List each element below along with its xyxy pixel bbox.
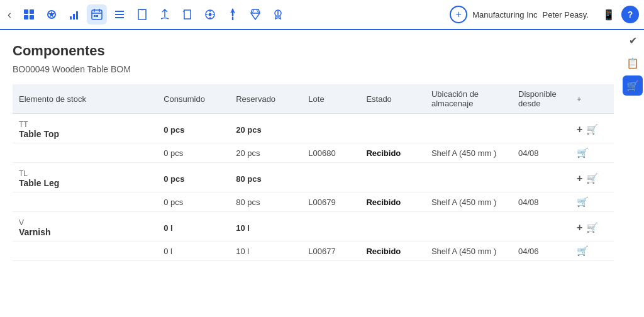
detail-lote: L00680: [302, 143, 360, 163]
cart-icon[interactable]: 🛒: [577, 245, 589, 256]
table-header-row: Elemento de stock Consumido Reservado Lo…: [13, 84, 614, 114]
svg-rect-6: [73, 14, 75, 19]
detail-ubicacion: Shelf A (450 mm ): [425, 192, 512, 212]
detail-disponible: 04/06: [512, 242, 570, 261]
bulb-icon[interactable]: [268, 4, 288, 25]
group-stock-label: TL Table Leg: [13, 163, 157, 192]
table-row: V Varnish 0 l 10 l + 🛒: [13, 212, 614, 242]
detail-estado: Recibido: [360, 143, 425, 163]
lightning-icon[interactable]: [223, 4, 243, 25]
group-reserved: 10 l: [230, 212, 302, 242]
detail-reserved: 80 pcs: [230, 192, 302, 212]
svg-point-18: [209, 13, 212, 16]
detail-stock: [13, 143, 157, 163]
detail-consumed: 0 l: [157, 242, 230, 261]
add-row-button[interactable]: +: [577, 173, 582, 184]
detail-actions: 🛒: [570, 242, 614, 261]
group-consumed: 0 pcs: [157, 114, 230, 143]
header-ubicacion: Ubicación de almacenaje: [425, 84, 512, 114]
calendar-icon[interactable]: [87, 4, 107, 25]
svg-rect-8: [92, 10, 102, 19]
detail-disponible: 04/08: [512, 143, 570, 163]
group-estado: [360, 163, 425, 192]
header-estado: Estado: [360, 84, 425, 114]
group-disponible: [512, 163, 570, 192]
book-icon[interactable]: [132, 4, 152, 25]
gift-icon[interactable]: [245, 4, 265, 25]
group-reserved: 20 pcs: [230, 114, 302, 143]
detail-lote: L00679: [302, 192, 360, 212]
nav-icon-group: [19, 4, 450, 25]
detail-actions: 🛒: [570, 192, 614, 212]
detail-stock: [13, 192, 157, 212]
group-actions: + 🛒: [570, 163, 614, 192]
group-ubicacion: [425, 163, 512, 192]
header-reserved: Reservado: [230, 84, 302, 114]
list-icon[interactable]: [109, 4, 130, 25]
svg-rect-2: [24, 15, 28, 19]
user-name: Peter Peasy.: [543, 10, 589, 19]
group-disponible: [512, 114, 570, 143]
detail-lote: L00677: [302, 242, 360, 261]
chart-icon[interactable]: [64, 4, 84, 25]
svg-rect-12: [94, 15, 96, 17]
cart-icon[interactable]: 🛒: [577, 147, 589, 158]
svg-rect-1: [30, 9, 34, 14]
components-table: Elemento de stock Consumido Reservado Lo…: [13, 84, 614, 261]
group-actions: + 🛒: [570, 114, 614, 143]
company-name: Manufacturing Inc: [472, 10, 537, 19]
add-row-button[interactable]: +: [577, 124, 582, 135]
group-stock-label: V Varnish: [13, 212, 157, 242]
header-disponible: Disponible desde: [512, 84, 570, 114]
detail-ubicacion: Shelf A (450 mm ): [425, 242, 512, 261]
add-button[interactable]: +: [450, 6, 467, 23]
cart-sidebar-button[interactable]: 🛒: [623, 75, 643, 96]
checklist-button[interactable]: ✔: [623, 30, 643, 50]
header-consumed: Consumido: [157, 84, 230, 114]
group-disponible: [512, 212, 570, 242]
group-stock-label: TT Table Top: [13, 114, 157, 143]
main-content: Componentes BO00049 Wooden Table BOM Ele…: [0, 30, 644, 317]
clipboard-button[interactable]: 📋: [623, 53, 643, 73]
svg-rect-0: [24, 9, 28, 14]
detail-estado: Recibido: [360, 192, 425, 212]
table-row: TL Table Leg 0 pcs 80 pcs + 🛒: [13, 163, 614, 192]
grid-icon[interactable]: [19, 4, 39, 25]
svg-rect-5: [70, 16, 72, 19]
detail-consumed: 0 pcs: [157, 192, 230, 212]
gear-icon[interactable]: [200, 4, 220, 25]
cart-icon[interactable]: 🛒: [586, 222, 598, 233]
tag-icon[interactable]: [155, 4, 175, 25]
group-ubicacion: [425, 212, 512, 242]
sparkle-icon[interactable]: [42, 4, 62, 25]
phone-icon[interactable]: 📱: [599, 4, 619, 25]
right-sidebar: ✔ 📋 🛒: [621, 0, 644, 317]
header-add[interactable]: +: [570, 84, 614, 114]
group-consumed: 0 pcs: [157, 163, 230, 192]
folder-icon[interactable]: [177, 4, 197, 25]
detail-actions: 🛒: [570, 143, 614, 163]
detail-disponible: 04/08: [512, 192, 570, 212]
add-row-button[interactable]: +: [577, 222, 582, 233]
top-navigation: ‹ + Manufacturing Inc Peter Peasy. 📱 ?: [0, 0, 644, 30]
group-estado: [360, 114, 425, 143]
table-row: 0 pcs 80 pcs L00679 Recibido Shelf A (45…: [13, 192, 614, 212]
detail-ubicacion: Shelf A (450 mm ): [425, 143, 512, 163]
group-actions: + 🛒: [570, 212, 614, 242]
cart-icon[interactable]: 🛒: [586, 124, 598, 135]
detail-reserved: 10 l: [230, 242, 302, 261]
group-ubicacion: [425, 114, 512, 143]
nav-right-section: + Manufacturing Inc Peter Peasy. 📱 ?: [450, 4, 639, 25]
group-consumed: 0 l: [157, 212, 230, 242]
detail-estado: Recibido: [360, 242, 425, 261]
back-button[interactable]: ‹: [5, 6, 14, 24]
detail-consumed: 0 pcs: [157, 143, 230, 163]
bom-subtitle: BO00049 Wooden Table BOM: [13, 64, 614, 74]
cart-icon[interactable]: 🛒: [577, 196, 589, 207]
svg-rect-7: [76, 11, 78, 19]
cart-icon[interactable]: 🛒: [586, 173, 598, 184]
group-estado: [360, 212, 425, 242]
header-stock: Elemento de stock: [13, 84, 157, 114]
table-row: 0 l 10 l L00677 Recibido Shelf A (450 mm…: [13, 242, 614, 261]
detail-stock: [13, 242, 157, 261]
